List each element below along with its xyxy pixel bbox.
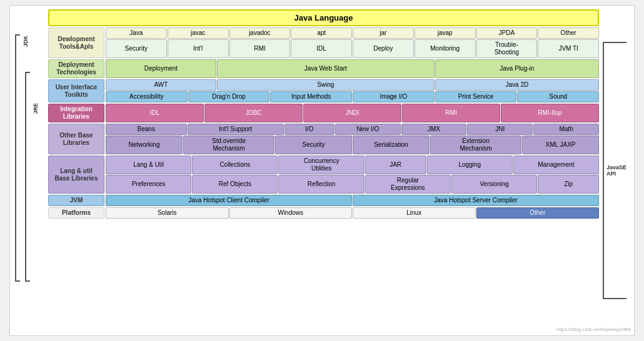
cell-langutil: Lang & Util xyxy=(106,156,191,174)
cell-collections: Collections xyxy=(192,156,278,174)
ui-section: User Interface Toolkits AWT Swing Java 2… xyxy=(48,79,599,102)
cell-jmx: JMX xyxy=(401,124,467,135)
cell-zip: Zip xyxy=(538,175,599,194)
cell-linux: Linux xyxy=(353,207,476,219)
cell-sound: Sound xyxy=(517,91,599,102)
ui-rows: AWT Swing Java 2D Accessibility Drag'n D… xyxy=(106,79,599,102)
cell-idl: IDL xyxy=(291,39,352,58)
integ-cells: IDL JDBC JNDI RMI RMI-IIop xyxy=(106,104,599,122)
dev-tools-label: Dewlopment Tools&Apls xyxy=(48,27,104,58)
cell-other-dt: Other xyxy=(538,27,599,39)
lang-util-label: Lang & util Base Libraries xyxy=(48,156,104,194)
jvm-label: JVM xyxy=(48,195,104,206)
cell-jvmti: JVM TI xyxy=(538,39,599,58)
cell-security: Security xyxy=(106,39,167,58)
watermark: https://blog.csdn.net/hadway1989 xyxy=(556,327,631,332)
cell-jni: JNI xyxy=(467,124,533,135)
dev-tools-section: Dewlopment Tools&Apls Java javac javadoc… xyxy=(48,27,599,58)
deploy-cells: Deployment Java Web Start Java Plug-in xyxy=(106,59,599,78)
other-base-rows: Beans Int'l Support I/O New I/O JMX JNI … xyxy=(106,124,599,154)
cell-java2d: Java 2D xyxy=(435,79,599,91)
ui-row2: Accessibility Drag'n Drop Input Methods … xyxy=(106,91,599,102)
cell-jpda: JPDA xyxy=(476,27,538,39)
cell-beans: Beans xyxy=(106,124,187,135)
integ-section: Integration Libraries IDL JDBC JNDI RMI … xyxy=(48,104,599,122)
cell-dragdrop: Drag'n Drop xyxy=(188,91,270,102)
cell-swing: Swing xyxy=(217,79,435,91)
jdk-label: JDK xyxy=(23,36,29,47)
other-base-row1: Beans Int'l Support I/O New I/O JMX JNI … xyxy=(106,124,599,135)
deploy-label: Deployment Technologies xyxy=(48,59,104,78)
lang-util-row1: Lang & Util Collections Concurrency Util… xyxy=(106,156,599,174)
dev-tools-row1: Java javac javadoc apt jar javap JPDA Ot… xyxy=(106,27,599,39)
platforms-section: Platforms Solaris Windows Linux Other xyxy=(48,207,599,219)
diagram-wrapper: JDK JRE Java Language Dewlopment Tools&A… xyxy=(9,5,635,336)
javase-api-text: JavaSE API xyxy=(606,164,626,177)
cell-accessibility: Accessibility xyxy=(106,91,188,102)
cell-stdoverride: Std.override Mechanism xyxy=(183,136,274,154)
other-base-label: Other Base Libraries xyxy=(48,124,104,154)
cell-windows: Windows xyxy=(229,207,353,219)
cell-awt: AWT xyxy=(106,79,216,91)
cell-reflection: Reflection xyxy=(278,175,364,194)
deploy-section: Deployment Technologies Deployment Java … xyxy=(48,59,599,78)
jvm-cells: Java Hotspot Client Compiler Java Hotspo… xyxy=(106,195,599,206)
cell-intl: Int'l xyxy=(168,39,229,58)
cell-versioning: Versioning xyxy=(451,175,537,194)
cell-rmi-i: RMI xyxy=(402,104,500,122)
cell-security-ob: Security xyxy=(275,136,352,154)
java-lang-bar: Java Language xyxy=(48,9,599,26)
cell-jws: Java Web Start xyxy=(217,59,435,78)
cell-jar: JAR xyxy=(365,156,426,174)
cell-concurrency: Concurrency Utilities xyxy=(278,156,364,174)
left-side-labels: JDK JRE xyxy=(14,9,48,332)
cell-plugin: Java Plug-in xyxy=(435,59,599,78)
dev-tools-row2: Security Int'l RMI IDL Deploy Monitoring… xyxy=(106,39,599,58)
lang-util-row2: Preferences Ref Objects Reflection Regul… xyxy=(106,175,599,194)
platforms-label: Platforms xyxy=(48,207,104,219)
cell-monitoring: Monitoring xyxy=(415,39,476,58)
cell-prefs: Preferences xyxy=(106,175,191,194)
cell-apt: apt xyxy=(291,27,352,39)
cell-newio: New I/O xyxy=(335,124,401,135)
cell-hotspot-client: Java Hotspot Client Compiler xyxy=(106,195,352,206)
java-lang-label: Java Language xyxy=(294,13,353,22)
cell-extmech: Extension Mechanism xyxy=(430,136,521,154)
cell-io: I/O xyxy=(284,124,335,135)
cell-idl-i: IDL xyxy=(106,104,204,122)
cell-javap: javap xyxy=(415,27,476,39)
cell-refobj: Ref Objects xyxy=(192,175,278,194)
cell-jdbc: JDBC xyxy=(204,104,303,122)
cell-deployment: Deployment xyxy=(106,59,216,78)
cell-jar: jar xyxy=(353,27,414,39)
dev-tools-rows: Java javac javadoc apt jar javap JPDA Ot… xyxy=(106,27,599,58)
cell-intlsupport: Int'l Support xyxy=(188,124,284,135)
cell-imageio: Image I/O xyxy=(353,91,435,102)
cell-hotspot-server: Java Hotspot Server Compiler xyxy=(353,195,599,206)
cell-javadoc: javadoc xyxy=(229,27,291,39)
platforms-cells: Solaris Windows Linux Other xyxy=(106,207,599,219)
ui-row1: AWT Swing Java 2D xyxy=(106,79,599,91)
cell-solaris: Solaris xyxy=(106,207,229,219)
integ-label: Integration Libraries xyxy=(48,104,104,122)
cell-regex: Regular Expressions xyxy=(365,175,451,194)
cell-management: Management xyxy=(513,156,599,174)
cell-xmljaxp: XML JAXP xyxy=(522,136,599,154)
lang-util-rows: Lang & Util Collections Concurrency Util… xyxy=(106,156,599,194)
cell-rmiiop: RMI-IIop xyxy=(501,104,599,122)
cell-inputmethods: Input Methods xyxy=(270,91,352,102)
other-base-section: Other Base Libraries Beans Int'l Support… xyxy=(48,124,599,154)
cell-printservice: Print Service xyxy=(435,91,517,102)
jvm-section: JVM Java Hotspot Client Compiler Java Ho… xyxy=(48,195,599,206)
cell-javac: javac xyxy=(168,27,229,39)
javase-api-label: JavaSE API xyxy=(599,9,630,332)
jre-label: JRE xyxy=(33,103,39,114)
cell-jndi: JNDI xyxy=(303,104,401,122)
cell-networking: Networking xyxy=(106,136,183,154)
cell-logging: Logging xyxy=(427,156,513,174)
cell-other-p: Other xyxy=(476,207,600,219)
cell-rmi: RMI xyxy=(229,39,291,58)
cell-serial: Serialization xyxy=(353,136,430,154)
lang-util-section: Lang & util Base Libraries Lang & Util C… xyxy=(48,156,599,194)
other-base-row2: Networking Std.override Mechanism Securi… xyxy=(106,136,599,154)
